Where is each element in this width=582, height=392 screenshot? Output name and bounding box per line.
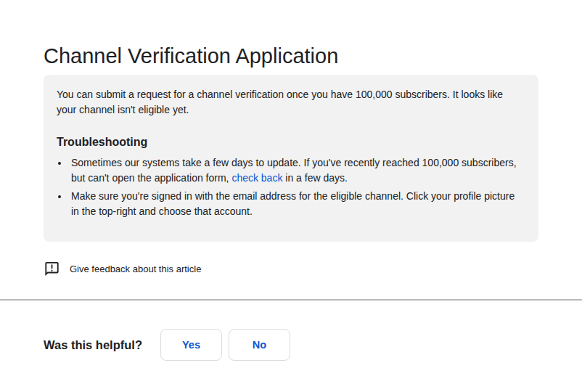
notice-card: You can submit a request for a channel v…	[44, 75, 538, 242]
helpful-bar: Was this helpful? Yes No	[44, 329, 538, 361]
page-title: Channel Verification Application	[44, 44, 538, 68]
helpful-yes-button[interactable]: Yes	[160, 329, 222, 361]
troubleshooting-list: Sometimes our systems take a few days to…	[57, 155, 522, 219]
article-page: Channel Verification Application You can…	[0, 44, 582, 361]
helpful-question: Was this helpful?	[44, 338, 142, 352]
feedback-bubble-icon	[44, 261, 60, 277]
bullet-text: Make sure you're signed in with the emai…	[71, 190, 515, 217]
list-item: Sometimes our systems take a few days to…	[69, 155, 522, 186]
check-back-link[interactable]: check back	[231, 172, 282, 184]
troubleshooting-heading: Troubleshooting	[57, 136, 522, 149]
helpful-no-button[interactable]: No	[229, 329, 290, 361]
notice-intro-text: You can submit a request for a channel v…	[57, 87, 522, 118]
divider	[0, 299, 582, 301]
feedback-link[interactable]: Give feedback about this article	[70, 264, 201, 274]
feedback-row: Give feedback about this article	[44, 261, 538, 277]
list-item: Make sure you're signed in with the emai…	[69, 189, 522, 219]
bullet-text-after-link: in a few days.	[282, 172, 348, 184]
